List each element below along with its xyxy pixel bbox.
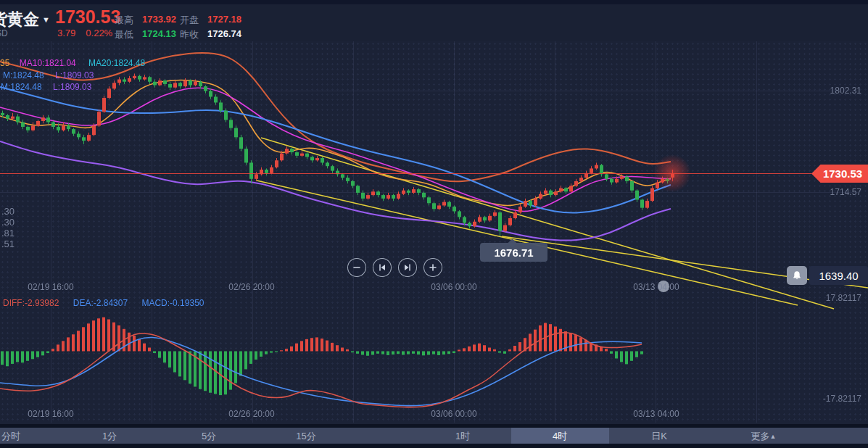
tab-timeshare[interactable]: 分时: [1, 430, 20, 443]
change-pct: 0.22%: [86, 28, 112, 38]
x-axis-label-macd: 03/13 04:00: [633, 409, 679, 419]
skip-to-start-button[interactable]: [373, 258, 392, 277]
macd-max-label: 17.82117: [826, 293, 861, 303]
boll-low-value: L:1809.03: [55, 70, 94, 80]
stat-open-value: 1727.18: [207, 14, 241, 25]
price-change: 3.790.22%: [57, 28, 123, 38]
clipped-label: .81: [1, 228, 15, 238]
tab-5min[interactable]: 5分: [202, 430, 216, 443]
zoom-out-button[interactable]: [347, 258, 366, 277]
header-bar: 货黄金▼ SD 1730.53 3.790.22% 最高 1733.92 开盘 …: [0, 0, 868, 41]
dea-value: DEA:-2.84307: [73, 298, 128, 308]
y-axis-label: 1714.57: [830, 187, 861, 197]
boll-legend-row-1: M:1824.48 L:1809.03: [3, 70, 94, 80]
price-alert-bell-icon[interactable]: [787, 266, 807, 285]
last-price: 1730.53: [55, 7, 120, 28]
toolbar-band: 分时 1分 5分 15分 1时 4时 日K 更多▲: [0, 428, 868, 444]
x-axis-label-macd: 02/19 16:00: [28, 409, 73, 419]
boll-mid-value: M:1824.48: [3, 70, 44, 80]
stat-high-label: 最高: [115, 14, 133, 27]
skip-to-end-button[interactable]: [398, 258, 417, 277]
app-background: 货黄金▼ SD 1730.53 3.790.22% 最高 1733.92 开盘 …: [0, 0, 868, 448]
x-axis-label-macd: 02/26 20:00: [228, 409, 274, 419]
macd-legend-row: DIFF:-2.93982 DEA:-2.84307 MACD:-0.19350: [3, 298, 204, 308]
stat-prevclose-value: 1726.74: [207, 28, 241, 39]
x-axis-label: 03/13 04:00: [633, 282, 679, 292]
tab-1min[interactable]: 1分: [102, 430, 117, 443]
clipped-label: .30: [1, 206, 15, 217]
title-partial-char: 货: [0, 10, 7, 28]
tooltip-value: 1676.71: [494, 246, 533, 259]
instrument-selector[interactable]: 货黄金▼: [0, 9, 50, 30]
x-axis-label: 03/06 00:00: [431, 282, 476, 292]
instrument-title: 黄金: [7, 10, 39, 28]
tab-4hour-active[interactable]: 4时: [553, 430, 567, 443]
tab-more[interactable]: 更多▲: [751, 430, 777, 443]
ma5-partial-value: 35: [0, 58, 9, 68]
ma-legend-row: 35 MA10:1821.04 MA20:1824.48: [0, 58, 145, 68]
macd-min-label: -17.82117: [823, 394, 861, 404]
stat-low-label: 最低: [115, 28, 133, 41]
stat-prevclose-label: 昨收: [180, 28, 199, 41]
change-abs: 3.79: [57, 28, 75, 38]
chevron-up-icon: ▲: [770, 433, 777, 440]
chevron-down-icon: ▼: [42, 15, 50, 24]
price-alert-level[interactable]: 1639.40: [809, 266, 868, 285]
ma20-value: MA20:1824.48: [88, 58, 145, 68]
boll-mid-value-2: M:1824.48: [1, 82, 42, 92]
macd-value: MACD:-0.19350: [141, 298, 204, 308]
low-price-tooltip: 1676.71: [480, 243, 547, 262]
stat-low-value: 1724.13: [142, 28, 176, 39]
x-axis-label-macd: 03/06 00:00: [431, 409, 476, 419]
stat-open-label: 开盘: [180, 14, 199, 27]
tab-15min[interactable]: 15分: [296, 430, 315, 443]
x-axis-label: 02/19 16:00: [28, 282, 73, 292]
boll-low-value-2: L:1809.03: [53, 82, 91, 92]
tab-daily[interactable]: 日K: [651, 430, 667, 443]
x-axis-label: 02/26 20:00: [228, 282, 274, 292]
timeframe-toolbar: 分时 1分 5分 15分 1时 4时 日K 更多▲: [0, 424, 868, 448]
boll-legend-row-2: M:1824.48 L:1809.03: [1, 82, 91, 92]
tab-1hour[interactable]: 1时: [455, 430, 470, 443]
current-price-badge: 1730.53: [811, 165, 868, 183]
y-axis-label: 1802.31: [830, 86, 861, 96]
stat-high-value: 1733.92: [142, 14, 176, 25]
ma10-value: MA10:1821.04: [20, 58, 76, 68]
clipped-label: .30: [1, 217, 15, 228]
clipped-label: .51: [1, 238, 15, 249]
diff-value: DIFF:-2.93982: [3, 298, 59, 308]
zoom-in-button[interactable]: [423, 258, 442, 277]
instrument-subtitle: SD: [0, 28, 8, 38]
